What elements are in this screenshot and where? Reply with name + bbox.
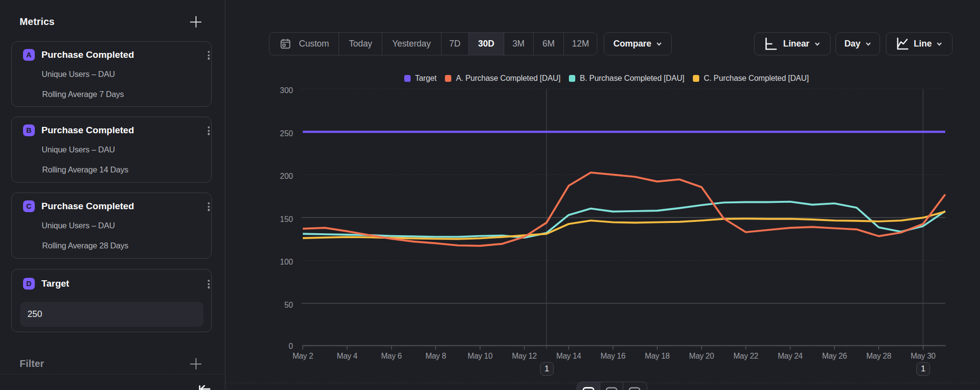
svg-text:250: 250 <box>280 129 293 138</box>
svg-text:May 4: May 4 <box>337 352 357 360</box>
svg-text:0: 0 <box>289 342 293 350</box>
svg-text:May 30: May 30 <box>910 352 935 360</box>
svg-text:May 12: May 12 <box>512 352 537 360</box>
svg-text:May 16: May 16 <box>601 352 626 360</box>
svg-text:May 2: May 2 <box>293 352 313 360</box>
svg-text:150: 150 <box>280 215 293 223</box>
svg-text:May 28: May 28 <box>866 352 891 360</box>
svg-text:May 14: May 14 <box>556 352 581 360</box>
svg-text:May 26: May 26 <box>822 352 847 360</box>
svg-text:200: 200 <box>280 172 293 180</box>
svg-text:50: 50 <box>284 301 293 309</box>
svg-text:May 24: May 24 <box>778 352 803 360</box>
svg-text:May 22: May 22 <box>734 352 759 360</box>
svg-text:300: 300 <box>280 86 293 95</box>
svg-text:May 10: May 10 <box>467 352 492 360</box>
svg-text:May 18: May 18 <box>645 352 670 360</box>
svg-text:May 20: May 20 <box>689 352 714 360</box>
svg-text:May 8: May 8 <box>425 352 446 360</box>
svg-text:May 6: May 6 <box>381 352 402 360</box>
svg-text:100: 100 <box>280 258 293 266</box>
